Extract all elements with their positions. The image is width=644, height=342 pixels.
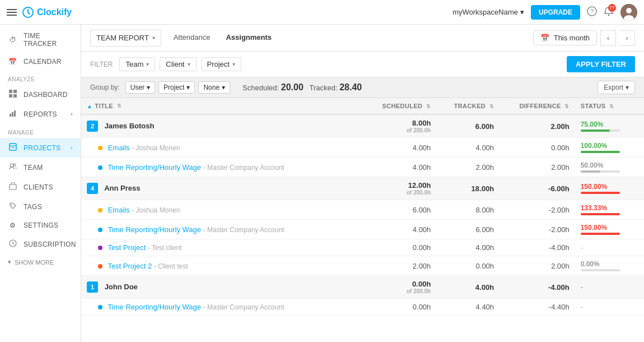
client-filter-dropdown[interactable]: Client ▾ [160, 57, 196, 71]
status-bar-fill [581, 151, 620, 153]
project-name-link[interactable]: Time Reporting/Hourly Wage [108, 303, 201, 311]
difference-value: 2.00h [500, 158, 575, 177]
status-percentage: 150.00% [581, 224, 638, 232]
date-prev-button[interactable]: ‹ [600, 30, 616, 46]
svg-point-20 [11, 204, 12, 205]
status-percentage: 100.00% [581, 142, 638, 150]
title-sort-icon: ⇅ [117, 103, 122, 109]
team-report-chevron-icon: ▾ [152, 35, 155, 41]
difference-value: -4.40h [500, 299, 575, 316]
group-user-dropdown[interactable]: User ▾ [125, 81, 155, 94]
tracked-value: 28.40 [339, 82, 362, 92]
difference-value: 0.00h [500, 138, 575, 158]
scheduled-value: 6.00h [363, 200, 437, 220]
date-next-button[interactable]: › [619, 30, 635, 46]
project-dot [98, 264, 102, 269]
status-cell: 133.33% [575, 200, 644, 220]
project-name-link[interactable]: Time Reporting/Hourly Wage [108, 163, 201, 172]
sidebar-item-label: CLIENTS [24, 183, 53, 191]
clients-icon [8, 182, 18, 192]
difference-value: -6.00h [500, 177, 575, 200]
project-name-link[interactable]: Test Project 2 [108, 262, 152, 270]
project-filter-chevron-icon: ▾ [232, 61, 235, 67]
date-picker: 📅 This month ‹ › [533, 30, 635, 46]
team-filter-dropdown[interactable]: Team ▾ [119, 57, 155, 71]
project-name-link[interactable]: Emails [108, 206, 130, 214]
client-filter-label: Client [166, 60, 184, 68]
user-name: Ann Press [104, 184, 140, 192]
logo-text: Clockify [37, 7, 72, 17]
sidebar-item-subscription[interactable]: SUBSCRIPTION [0, 234, 81, 254]
status-bar-fill [581, 170, 600, 173]
project-name-link[interactable]: Emails [108, 144, 130, 152]
status-bar-bg [581, 130, 620, 132]
user-number: 1 [87, 281, 98, 293]
difference-value: -4.00h [500, 239, 575, 256]
avatar[interactable] [620, 4, 637, 21]
apply-filter-button[interactable]: APPLY FILTER [567, 56, 635, 72]
tab-attendance-label: Attendance [174, 33, 211, 41]
show-more-button[interactable]: ▾ SHOW MORE [0, 254, 81, 270]
group-project-dropdown[interactable]: Project ▾ [158, 81, 195, 94]
sidebar-section-analyze: ANALYZE [0, 71, 81, 85]
group-none-dropdown[interactable]: None ▾ [198, 81, 230, 94]
tracked-column-header: TRACKED [454, 103, 486, 109]
project-sub-label: - Master Company Account [203, 226, 284, 234]
scheduled-value: 4.00h [363, 220, 437, 239]
project-sub-label: - Master Company Account [203, 164, 284, 172]
svg-rect-19 [10, 184, 16, 190]
sidebar-item-label: REPORTS [24, 110, 57, 118]
tracked-value: 18.00h [436, 177, 500, 200]
tab-assignments[interactable]: Assignments [218, 25, 279, 51]
sidebar-item-time-tracker[interactable]: ⏱ TIME TRACKER [0, 27, 81, 53]
svg-text:?: ? [590, 8, 594, 15]
project-dot [98, 146, 102, 150]
project-dot [98, 228, 102, 232]
sidebar-item-clients[interactable]: CLIENTS [0, 177, 81, 197]
date-range-button[interactable]: 📅 This month [533, 30, 597, 45]
calendar-icon: 📅 [540, 34, 549, 42]
table-row-user: 1 John Doe 0.00h of 200.0h 4.00h-4.00h- [81, 276, 644, 299]
group-user-label: User [130, 84, 144, 91]
sidebar-item-settings[interactable]: ⚙ SETTINGS [0, 216, 81, 234]
tab-attendance[interactable]: Attendance [166, 25, 218, 51]
scheduled-value: 2.00h [363, 256, 437, 276]
reports-chevron-icon: › [71, 111, 73, 117]
sidebar-section-manage: MANAGE [0, 124, 81, 138]
upgrade-button[interactable]: UPGRADE [531, 5, 580, 20]
logo: Clockify [22, 7, 72, 18]
status-sort-icon: ⇅ [609, 104, 614, 109]
sidebar-item-tags[interactable]: TAGS [0, 197, 81, 216]
sidebar-item-team[interactable]: TEAM [0, 158, 81, 177]
sidebar-item-reports[interactable]: REPORTS › [0, 104, 81, 124]
notifications-button[interactable]: 77 [604, 6, 614, 18]
logo-icon [22, 7, 34, 18]
table-row-user: 2 James Botosh 8.00h of 200.0h 6.00h2.00… [81, 114, 644, 138]
user-name: James Botosh [105, 122, 155, 130]
table-row-project: Time Reporting/Hourly Wage - Master Comp… [81, 158, 644, 177]
export-button[interactable]: Export ▾ [598, 81, 635, 94]
team-report-tab[interactable]: TEAM REPORT ▾ [90, 30, 161, 47]
sidebar-item-label: CALENDAR [24, 58, 62, 66]
status-percentage: 0.00% [581, 260, 638, 268]
table-row-project: Emails - Joshua Monen 6.00h8.00h-2.00h 1… [81, 200, 644, 220]
project-sub-label: - Joshua Monen [132, 144, 180, 152]
tracked-value: 8.00h [436, 200, 500, 220]
project-filter-dropdown[interactable]: Project ▾ [201, 57, 241, 71]
sidebar-item-calendar[interactable]: 📅 CALENDAR [0, 53, 81, 71]
status-bar-fill [581, 130, 610, 132]
status-percentage: 133.33% [581, 204, 638, 212]
status-cell: 50.00% [575, 158, 644, 177]
help-button[interactable]: ? [587, 6, 597, 19]
scheduled-column-header: SCHEDULED [382, 103, 422, 109]
status-column-header: STATUS [581, 103, 606, 109]
sidebar-item-projects[interactable]: PROJECTS › [0, 138, 81, 158]
scheduled-main: 0.00h [368, 280, 431, 288]
hamburger-button[interactable] [7, 9, 17, 16]
project-name-link[interactable]: Time Reporting/Hourly Wage [108, 225, 201, 234]
workspace-selector[interactable]: myWorkspaceName ▾ [452, 8, 524, 16]
status-bar-fill [581, 233, 620, 235]
project-name-link[interactable]: Test Project [108, 243, 146, 252]
sidebar-item-dashboard[interactable]: DASHBOARD [0, 85, 81, 104]
svg-point-5 [626, 8, 632, 13]
